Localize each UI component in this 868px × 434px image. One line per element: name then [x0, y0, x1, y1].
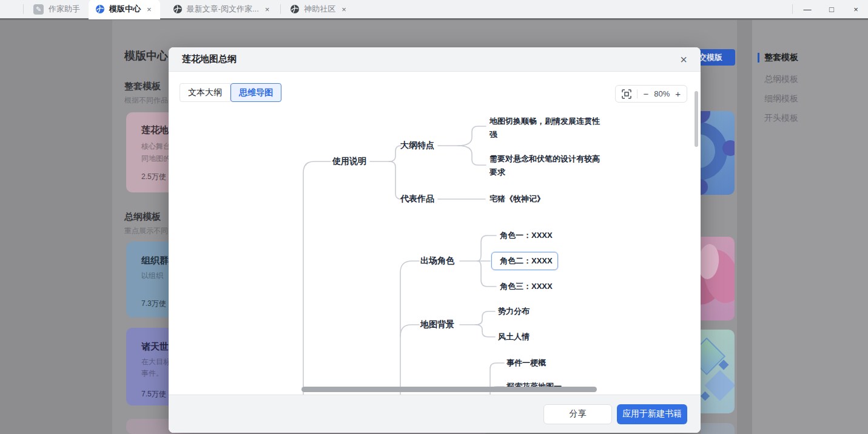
- card-thumbnail-rings: [701, 111, 735, 195]
- card-usage-count: 7.3万使: [141, 299, 166, 309]
- view-switcher: 文本大纲 思维导图: [180, 83, 281, 102]
- card-line: 事件。: [141, 368, 163, 379]
- tab-label: 最新文章-阅文作家...: [187, 4, 259, 15]
- page-title: 模版中心: [124, 49, 168, 63]
- card-usage-count: 2.5万使: [141, 172, 166, 182]
- mindmap-canvas[interactable]: 文本大纲 思维导图 − 80% +: [169, 72, 701, 395]
- close-window-button[interactable]: ×: [844, 5, 868, 14]
- globe-icon: [96, 5, 104, 13]
- tab-mind-map[interactable]: 思维导图: [230, 83, 281, 102]
- fit-view-icon[interactable]: [622, 89, 631, 99]
- diamond-shape: [701, 337, 725, 375]
- card-title: 诸天世: [141, 341, 169, 353]
- dot-shape: [701, 179, 708, 195]
- sidebar-item-opening[interactable]: 开头模板: [764, 113, 798, 124]
- mindmap-leaf-customs[interactable]: 风土人情: [498, 331, 530, 342]
- mindmap-leaf-work1[interactable]: 宅猪《牧神记》: [490, 194, 545, 205]
- mindmap-node-representative-work[interactable]: 代表作品: [400, 194, 434, 205]
- tab-latest-articles[interactable]: 最新文章-阅文作家... ×: [167, 0, 277, 19]
- pen-icon: ✎: [33, 4, 44, 15]
- divider: [637, 89, 638, 98]
- mindmap-leaf-char2-label: 角色二：XXXX: [500, 256, 553, 266]
- tab-text-outline[interactable]: 文本大纲: [180, 83, 230, 102]
- sidebar-active-indicator: [758, 53, 759, 63]
- mindmap-leaf-feature2[interactable]: 需要对悬念和伏笔的设计有较高要求: [490, 152, 601, 179]
- window-controls: — □ ×: [792, 0, 868, 19]
- minimize-button[interactable]: —: [795, 5, 819, 14]
- close-tab-icon[interactable]: ×: [264, 5, 271, 14]
- modal-footer: 分享 应用于新建书籍: [169, 395, 701, 433]
- card-thumbnail-diamonds: [701, 330, 735, 413]
- section-title-outline: 总纲模板: [124, 211, 161, 223]
- section-subtitle-full-set: 根据不同作品: [124, 95, 168, 106]
- section-title-full-set: 整套模板: [124, 81, 161, 92]
- vertical-scrollbar[interactable]: [695, 91, 698, 147]
- close-tab-icon[interactable]: ×: [146, 5, 153, 14]
- mindmap-leaf-event1[interactable]: 事件一梗概: [506, 358, 546, 368]
- close-modal-icon[interactable]: ×: [680, 53, 687, 66]
- background-gutter: [737, 20, 752, 434]
- dot-shape: [722, 140, 735, 156]
- app-title: 作家助手: [49, 4, 80, 15]
- card-thumbnail-partial: [701, 423, 735, 434]
- card-line: 核心舞台: [141, 141, 170, 152]
- zoom-in-button[interactable]: +: [675, 89, 681, 98]
- sidebar-item-detailed-outline[interactable]: 细纲模板: [764, 93, 798, 104]
- maximize-button[interactable]: □: [819, 5, 844, 14]
- mindmap-leaf-char3[interactable]: 角色三：XXXX: [500, 281, 553, 292]
- zoom-out-button[interactable]: −: [643, 89, 648, 98]
- tab-label: 神助社区: [304, 4, 335, 15]
- divider: [792, 4, 793, 14]
- mindmap-node-outline-features[interactable]: 大纲特点: [400, 140, 434, 151]
- zoom-controls: − 80% +: [615, 85, 687, 103]
- card-line: 以组织: [141, 271, 163, 281]
- mindmap-leaf-char2-selected[interactable]: 角色二：XXXX: [491, 252, 558, 270]
- section-subtitle-outline: 重点展示不同: [124, 226, 168, 236]
- share-button[interactable]: 分享: [543, 404, 612, 424]
- modal-title: 莲花地图总纲: [182, 53, 237, 65]
- close-tab-icon[interactable]: ×: [340, 5, 348, 14]
- card-thumbnail-lotus: [701, 237, 735, 320]
- diamond-dot: [701, 392, 710, 401]
- card-usage-count: 7.5万使: [141, 389, 166, 399]
- mindmap-connectors: [169, 72, 701, 395]
- sidebar-item-full-set[interactable]: 整套模板: [764, 52, 798, 63]
- window-titlebar: ✎ 作家助手 模版中心 × 最新文章-阅文作家... × 神助社区 × — □: [0, 0, 868, 20]
- card-line: 同地图的: [141, 154, 170, 164]
- app-home-button[interactable]: ✎ 作家助手: [27, 0, 89, 19]
- divider: [280, 4, 281, 14]
- globe-icon: [291, 5, 299, 13]
- card-title: 组织群: [141, 255, 169, 266]
- globe-icon: [173, 5, 182, 13]
- zoom-level: 80%: [654, 89, 670, 98]
- modal-header: 莲花地图总纲 ×: [169, 47, 701, 72]
- mindmap-leaf-char1[interactable]: 角色一：XXXX: [500, 230, 553, 241]
- horizontal-scrollbar[interactable]: [301, 387, 597, 392]
- apply-to-new-book-button[interactable]: 应用于新建书籍: [617, 404, 687, 424]
- dot-shape: [701, 111, 710, 123]
- mindmap-node-characters[interactable]: 出场角色: [420, 256, 454, 266]
- card-line: 在大目标: [141, 357, 170, 367]
- card-title: 莲花地: [141, 124, 169, 136]
- tab-template-center[interactable]: 模版中心 ×: [89, 0, 160, 19]
- mindmap-leaf-feature1[interactable]: 地图切换顺畅，剧情发展连贯性强: [490, 115, 601, 141]
- outline-modal: 莲花地图总纲 × 文本大纲 思维导图 − 80% +: [169, 47, 701, 433]
- divider: [23, 4, 24, 14]
- mindmap-node-usage[interactable]: 使用说明: [332, 156, 366, 167]
- sidebar-item-general-outline[interactable]: 总纲模板: [764, 74, 798, 85]
- mindmap-node-map-background[interactable]: 地图背景: [420, 319, 454, 330]
- mindmap-leaf-forces[interactable]: 势力分布: [498, 306, 530, 317]
- tab-community[interactable]: 神助社区 ×: [284, 0, 354, 19]
- tab-label: 模版中心: [109, 4, 141, 15]
